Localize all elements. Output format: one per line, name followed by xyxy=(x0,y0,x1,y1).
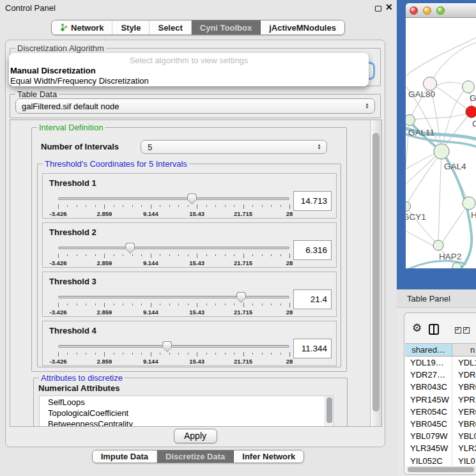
column-header-name[interactable]: n xyxy=(452,344,476,356)
checkbox-icon[interactable]: ✓ xyxy=(455,327,461,334)
scrollbar-thumb[interactable] xyxy=(372,133,380,411)
network-node-C[interactable] xyxy=(466,106,476,118)
slider-handle[interactable] xyxy=(162,341,172,352)
slider-track[interactable] xyxy=(58,345,289,348)
cell-shared-name[interactable]: YBL079W xyxy=(405,430,452,442)
tab-select[interactable]: Select xyxy=(150,20,191,35)
table-horizontal-scrollbar[interactable] xyxy=(406,466,476,473)
cell-name[interactable]: YBL0 xyxy=(452,430,476,442)
cell-shared-name[interactable]: YLR345W xyxy=(405,442,452,454)
threshold-slider[interactable]: -3.4262.8599.14415.4321.71528 xyxy=(58,341,289,364)
tab-infer-network[interactable]: Infer Network xyxy=(234,450,303,463)
network-node-GAL4[interactable] xyxy=(434,144,449,159)
network-node-H[interactable] xyxy=(463,197,475,210)
apply-button[interactable]: Apply xyxy=(174,429,217,443)
network-edge[interactable] xyxy=(406,153,438,171)
close-traffic-light[interactable] xyxy=(410,6,418,15)
attribute-list-item[interactable]: SelfLoops xyxy=(40,397,333,407)
tick-mark xyxy=(160,353,160,355)
cell-name[interactable]: YIL0 xyxy=(452,455,476,467)
network-node-G.[interactable] xyxy=(463,81,475,93)
cell-shared-name[interactable]: YBR045C xyxy=(405,418,452,430)
threshold-slider[interactable]: -3.4262.8599.14415.4321.71528 xyxy=(58,242,289,265)
close-icon[interactable]: ✕ xyxy=(385,2,393,12)
network-window-titlebar[interactable] xyxy=(406,3,476,18)
network-edge[interactable] xyxy=(406,154,438,187)
popup-item-equal-width-frequency[interactable]: Equal Width/Frequency Discretization xyxy=(9,76,369,86)
tick-mark xyxy=(86,254,86,256)
threshold-slider[interactable]: -3.4262.8599.14415.4321.71528 xyxy=(58,193,289,216)
minimize-traffic-light[interactable] xyxy=(423,6,431,15)
scrollbar-thumb[interactable] xyxy=(408,467,474,472)
slider-handle[interactable] xyxy=(125,243,135,254)
table-row[interactable]: YDL19…YDL1 xyxy=(405,357,476,369)
cell-shared-name[interactable]: YDL19… xyxy=(405,357,452,369)
popup-item-manual-discretization[interactable]: Manual Discretization xyxy=(9,66,369,76)
slider-track[interactable] xyxy=(58,296,289,298)
slider-handle[interactable] xyxy=(236,292,246,303)
cell-shared-name[interactable]: YBR043C xyxy=(405,381,452,393)
table-row[interactable]: YIL052CYIL0 xyxy=(405,455,476,467)
network-edge[interactable] xyxy=(442,203,469,243)
cell-name[interactable]: YBR0 xyxy=(452,418,476,430)
table-row[interactable]: YPR145WYPR1 xyxy=(405,394,476,406)
attribute-list-item[interactable]: BetweennessCentrality xyxy=(40,419,333,427)
threshold-value-field[interactable]: 6.316 xyxy=(293,240,332,260)
tab-cyni-toolbox[interactable]: Cyni Toolbox xyxy=(192,20,261,35)
zoom-traffic-light[interactable] xyxy=(436,6,445,15)
cell-name[interactable]: YER0 xyxy=(452,406,476,418)
network-node-HAP2[interactable] xyxy=(433,240,443,250)
tab-discretize-data[interactable]: Discretize Data xyxy=(157,450,234,463)
gear-icon[interactable]: ⚙ xyxy=(412,321,422,335)
tab-impute-data[interactable]: Impute Data xyxy=(93,450,157,463)
tab-style[interactable]: Style xyxy=(112,20,150,35)
column-header-shared-name[interactable]: shared… xyxy=(405,344,452,356)
cell-name[interactable]: YPR1 xyxy=(452,394,476,406)
cell-name[interactable]: YDL1 xyxy=(452,357,476,369)
table-row[interactable]: YER054CYER0 xyxy=(405,406,476,418)
table-row[interactable]: YBL079WYBL0 xyxy=(405,430,476,442)
network-edge[interactable] xyxy=(410,112,472,120)
numerical-attributes-list[interactable]: SelfLoopsTopologicalCoefficientBetweenne… xyxy=(39,395,334,427)
cell-shared-name[interactable]: YIL052C xyxy=(405,455,452,467)
float-window-icon[interactable] xyxy=(375,6,381,12)
network-node-unnamed[interactable] xyxy=(452,263,461,268)
attributes-list-scrollbar[interactable] xyxy=(325,396,333,427)
table-row[interactable]: YDR27…YDR2 xyxy=(405,369,476,381)
network-node-GAL11[interactable] xyxy=(406,115,415,126)
table-row[interactable]: YLR345WYLR3 xyxy=(405,442,476,454)
threshold-slider[interactable]: -3.4262.8599.14415.4321.71528 xyxy=(58,291,289,314)
split-columns-icon[interactable] xyxy=(429,324,439,335)
tab-jactivemnodules[interactable]: jActiveMNodules xyxy=(261,20,344,35)
network-edge[interactable] xyxy=(406,229,434,247)
network-node-GAL80[interactable] xyxy=(424,77,437,91)
cell-name[interactable]: YLR3 xyxy=(452,442,476,454)
threshold-value-field[interactable]: 14.713 xyxy=(293,191,332,211)
number-of-intervals-combobox[interactable]: 5 ▲▼ xyxy=(141,140,327,154)
slider-track[interactable] xyxy=(58,197,289,200)
network-node-GCY1[interactable] xyxy=(406,202,411,211)
tab-network[interactable]: Network xyxy=(52,20,112,35)
table-row[interactable]: YBR043CYBR0 xyxy=(405,381,476,393)
cell-name[interactable]: YDR2 xyxy=(452,369,476,381)
cell-shared-name[interactable]: YDR27… xyxy=(405,369,452,381)
cell-name[interactable]: YBR0 xyxy=(452,381,476,393)
threshold-value-field[interactable]: 21.4 xyxy=(293,289,332,309)
network-view-window[interactable]: GAL80G.CGAL11GAL4HGCY1HAP2 xyxy=(397,0,476,289)
table-row[interactable]: YBR045CYBR0 xyxy=(405,418,476,430)
slider-handle[interactable] xyxy=(187,194,197,204)
network-canvas[interactable]: GAL80G.CGAL11GAL4HGCY1HAP2 xyxy=(406,18,476,268)
cell-shared-name[interactable]: YPR145W xyxy=(405,394,452,406)
settings-vertical-scrollbar[interactable] xyxy=(370,120,381,426)
attribute-list-item[interactable]: TopologicalCoefficient xyxy=(40,408,333,418)
slider-track[interactable] xyxy=(58,247,289,249)
threshold-value-field[interactable]: 11.344 xyxy=(293,339,332,358)
network-edge[interactable] xyxy=(406,37,476,79)
cell-shared-name[interactable]: YER054C xyxy=(405,406,452,418)
network-edge[interactable] xyxy=(438,151,441,245)
checkbox-icon[interactable]: ✓ xyxy=(463,327,470,334)
tick-label: -3.426 xyxy=(50,358,67,365)
node-table[interactable]: shared… n YDL19…YDL1YDR27…YDR2YBR043CYBR… xyxy=(405,343,476,474)
table-data-combobox[interactable]: galFiltered.sif default node ▲▼ xyxy=(15,98,375,114)
tick-mark xyxy=(178,353,179,355)
